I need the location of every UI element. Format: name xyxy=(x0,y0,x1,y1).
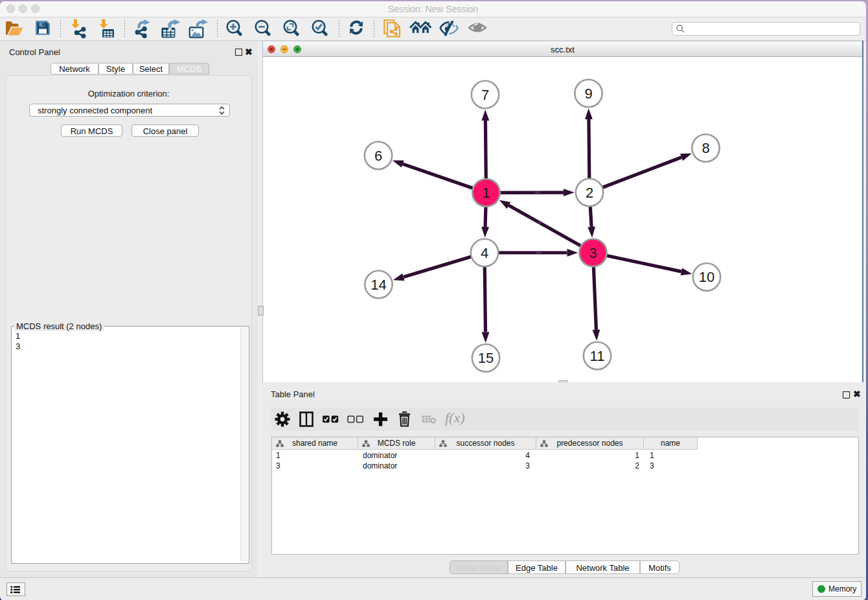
svg-text:11: 11 xyxy=(590,348,605,364)
svg-text:14: 14 xyxy=(371,277,386,293)
svg-text:7: 7 xyxy=(481,87,489,103)
svg-text:9: 9 xyxy=(584,86,592,102)
svg-text:8: 8 xyxy=(702,140,709,156)
svg-text:2: 2 xyxy=(586,185,593,201)
svg-text:1: 1 xyxy=(482,185,490,201)
svg-text:4: 4 xyxy=(481,245,488,261)
svg-text:15: 15 xyxy=(478,350,494,366)
svg-text:6: 6 xyxy=(374,148,382,164)
svg-text:3: 3 xyxy=(589,245,597,261)
svg-text:10: 10 xyxy=(699,269,714,285)
